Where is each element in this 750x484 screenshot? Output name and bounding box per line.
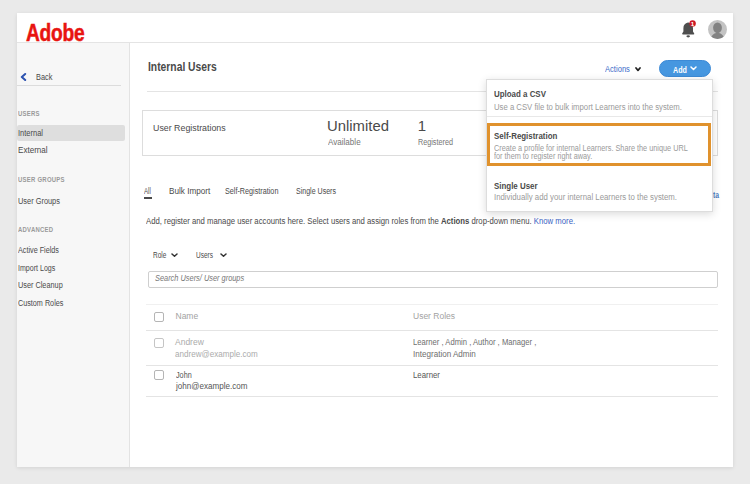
svg-text:1: 1 [691, 20, 695, 27]
